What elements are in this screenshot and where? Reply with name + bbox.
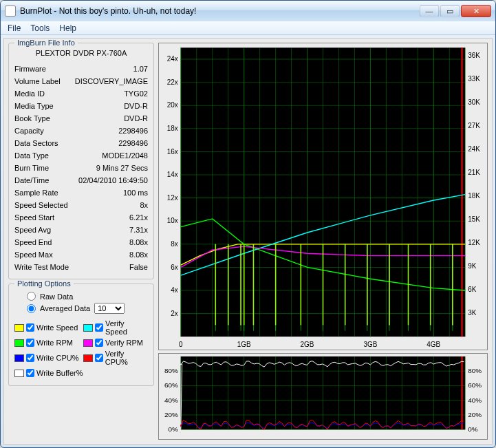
svg-text:15K: 15K xyxy=(468,215,480,223)
raw-data-label: Raw Data xyxy=(40,292,73,301)
plotting-options-group: Plotting Options Raw Data Averaged Data … xyxy=(8,284,154,386)
series-label: Write Buffer% xyxy=(36,369,83,377)
svg-text:3K: 3K xyxy=(468,309,476,317)
info-row: Firmware1.07 xyxy=(14,63,148,75)
svg-text:1GB: 1GB xyxy=(237,341,251,348)
svg-text:27K: 27K xyxy=(468,122,480,129)
color-swatch xyxy=(14,354,24,362)
svg-text:9K: 9K xyxy=(468,262,476,270)
series-checkbox[interactable] xyxy=(95,323,103,332)
info-label: Data Type xyxy=(14,151,49,160)
svg-text:24x: 24x xyxy=(167,55,178,63)
svg-text:16x: 16x xyxy=(167,147,178,155)
info-value: False xyxy=(129,263,148,271)
minimize-button[interactable]: ― xyxy=(420,5,439,17)
series-label: Write RPM xyxy=(36,339,73,347)
svg-text:20x: 20x xyxy=(167,101,178,109)
series-label: Write Speed xyxy=(36,323,78,332)
svg-text:8x: 8x xyxy=(171,240,177,248)
legend-item: Verify Speed xyxy=(83,319,148,336)
left-column: ImgBurn File Info PLEXTOR DVDR PX-760A F… xyxy=(8,43,154,440)
svg-text:40%: 40% xyxy=(164,396,178,404)
legend-item: Verify CPU% xyxy=(83,350,148,366)
info-row: Data TypeMODE1/2048 xyxy=(14,149,148,162)
series-checkbox[interactable] xyxy=(26,354,34,362)
info-value: 8.08x xyxy=(129,238,148,246)
info-value: 1.07 xyxy=(133,65,148,73)
legend-item: Write Buffer% xyxy=(14,369,83,377)
app-window: BurnPlot - Not this boy's pinto. Uh-uh, … xyxy=(0,0,496,448)
averaged-data-row: Averaged Data 10 xyxy=(27,303,148,314)
info-label: Media Type xyxy=(14,102,54,110)
info-label: Write Test Mode xyxy=(14,263,69,271)
series-checkbox[interactable] xyxy=(26,369,34,377)
color-swatch xyxy=(14,339,24,347)
svg-text:80%: 80% xyxy=(164,367,178,374)
legend-item: Verify RPM xyxy=(83,339,148,347)
info-row: Burn Time9 Mins 27 Secs xyxy=(14,162,148,174)
buffer-plot[interactable]: 0%0%20%20%40%40%60%60%80%80% xyxy=(158,353,488,440)
color-swatch xyxy=(14,370,24,377)
info-value: 02/04/2010 16:49:50 xyxy=(78,176,148,184)
average-window-select[interactable]: 10 xyxy=(94,303,125,314)
legend-item: Write Speed xyxy=(14,319,79,336)
app-icon xyxy=(5,6,16,17)
info-row: Data Sectors2298496 xyxy=(14,137,148,149)
close-button[interactable]: ✕ xyxy=(461,5,491,17)
info-label: Date/Time xyxy=(14,176,49,184)
info-row: Media IDTYG02 xyxy=(14,87,148,100)
series-label: Verify CPU% xyxy=(105,350,148,366)
raw-data-row: Raw Data xyxy=(27,292,148,301)
svg-text:3GB: 3GB xyxy=(363,341,377,348)
averaged-data-label: Averaged Data xyxy=(40,304,90,312)
info-value: 9 Mins 27 Secs xyxy=(96,164,148,172)
info-label: Speed Selected xyxy=(14,201,68,209)
series-checkbox[interactable] xyxy=(26,339,34,347)
svg-text:14x: 14x xyxy=(167,171,178,178)
info-row: Speed Start6.21x xyxy=(14,211,148,224)
info-row: Speed Max8.08x xyxy=(14,248,148,261)
menu-file[interactable]: File xyxy=(8,23,21,33)
info-value: 7.31x xyxy=(129,226,148,234)
svg-text:12x: 12x xyxy=(167,194,178,202)
maximize-button[interactable]: ▭ xyxy=(440,5,460,17)
svg-text:6K: 6K xyxy=(468,286,476,293)
info-value: 8.08x xyxy=(129,250,148,259)
info-label: Volume Label xyxy=(14,77,61,85)
series-checkbox[interactable] xyxy=(26,323,34,332)
color-swatch xyxy=(14,324,24,332)
info-row: Speed Avg7.31x xyxy=(14,224,148,236)
series-checkbox[interactable] xyxy=(95,339,103,347)
series-label: Verify Speed xyxy=(105,319,148,336)
svg-text:0: 0 xyxy=(179,341,183,348)
main-plot[interactable]: 2x4x6x8x10x12x14x16x18x20x22x24x3K6K9K12… xyxy=(158,43,488,350)
raw-data-radio[interactable] xyxy=(27,292,36,301)
color-swatch xyxy=(83,339,93,347)
info-row: Write Test ModeFalse xyxy=(14,261,148,273)
svg-text:2GB: 2GB xyxy=(301,341,314,348)
menu-help[interactable]: Help xyxy=(59,23,76,33)
averaged-data-radio[interactable] xyxy=(27,304,36,313)
series-checkbox[interactable] xyxy=(95,354,103,362)
svg-text:18x: 18x xyxy=(167,125,178,132)
titlebar[interactable]: BurnPlot - Not this boy's pinto. Uh-uh, … xyxy=(1,1,495,21)
window-title: BurnPlot - Not this boy's pinto. Uh-uh, … xyxy=(20,6,420,16)
plotting-options-legend: Plotting Options xyxy=(14,279,74,288)
svg-text:12K: 12K xyxy=(468,239,480,246)
svg-text:4GB: 4GB xyxy=(427,341,440,348)
svg-text:21K: 21K xyxy=(468,169,480,176)
info-row: Capacity2298496 xyxy=(14,125,148,137)
info-label: Speed End xyxy=(14,238,52,246)
svg-text:6x: 6x xyxy=(171,263,177,270)
menu-tools[interactable]: Tools xyxy=(30,23,50,33)
info-label: Book Type xyxy=(14,114,50,122)
legend-item: Write CPU% xyxy=(14,350,79,366)
series-label: Verify RPM xyxy=(105,339,143,347)
info-row: Volume LabelDISCOVERY_IMAGE xyxy=(14,75,148,87)
legend-item: Write RPM xyxy=(14,339,79,347)
file-info-legend: ImgBurn File Info xyxy=(14,39,78,47)
svg-text:2x: 2x xyxy=(171,310,177,317)
info-value: 6.21x xyxy=(129,213,148,222)
info-value: DISCOVERY_IMAGE xyxy=(75,77,148,85)
info-value: DVD-R xyxy=(124,114,148,122)
